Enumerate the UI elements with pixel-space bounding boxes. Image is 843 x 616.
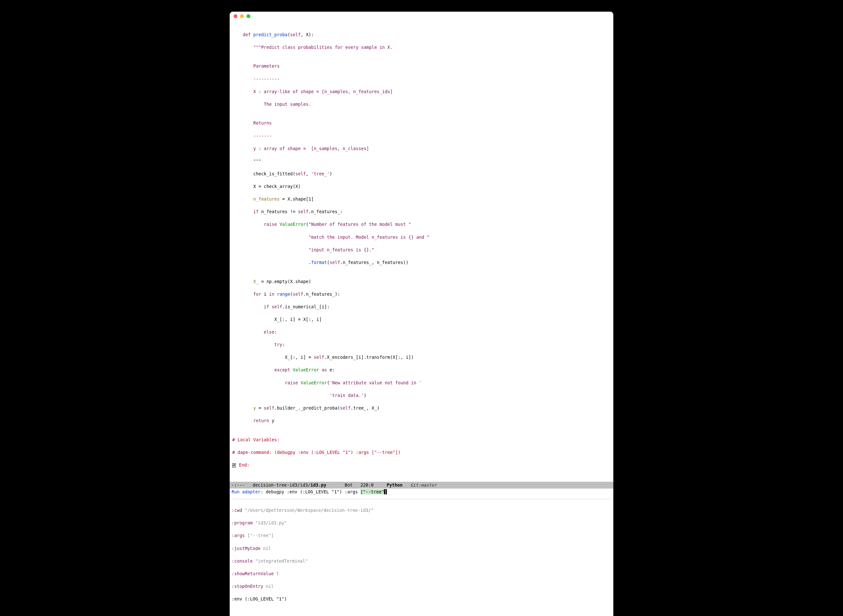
config-value: nil: [263, 584, 274, 589]
modeline-git: Git:master: [402, 483, 437, 488]
mode-line: -:--- decision-tree-id3/id3/id3.py Bot 2…: [230, 482, 613, 489]
config-value: "id3/id3.py": [253, 520, 287, 525]
code-line: -------: [230, 133, 613, 139]
config-value: nil: [260, 546, 271, 551]
modeline-major-mode: Python: [387, 483, 403, 488]
config-row: :console "integratedTerminal": [232, 558, 611, 565]
zoom-icon[interactable]: [246, 14, 251, 18]
titlebar: [230, 12, 613, 21]
modeline-state: -:---: [232, 483, 253, 488]
code-line: "input n_features is {}.": [230, 247, 613, 253]
code-line: X_ = np.empty(X.shape): [230, 279, 613, 285]
config-key: :stopOnEntry: [232, 584, 263, 589]
code-line: n_features = X.shape[1]: [230, 196, 613, 202]
fold-mark-icon: #: [232, 463, 236, 468]
config-value: "integratedTerminal": [253, 559, 308, 563]
config-panel: :cwd "/Users/dpettersson/Workspace/decis…: [230, 500, 613, 616]
config-value: "/Users/dpettersson/Workspace/decision-t…: [242, 507, 374, 513]
divider: [232, 499, 611, 499]
code-line: Returns: [230, 120, 613, 126]
config-value: t: [274, 571, 279, 576]
code-line: def predict_proba(self, X):: [230, 32, 613, 38]
config-key: :cwd: [232, 507, 242, 513]
config-key: :showReturnValue: [232, 571, 274, 576]
code-line: y = self.builder_._predict_proba(self.tr…: [230, 405, 613, 412]
config-key: :args: [232, 533, 245, 538]
cursor: ]: [384, 489, 387, 494]
code-line: check_is_fitted(self, 'tree_'): [230, 171, 613, 177]
code-line: "match the input. Model n_features is {}…: [230, 234, 613, 241]
code-line: """: [230, 158, 613, 165]
code-line-comment: # dape-command: (debugpy :env (:LOG_LEVE…: [230, 449, 613, 456]
code-editor[interactable]: def predict_proba(self, X): """Predict c…: [230, 21, 613, 482]
close-icon[interactable]: [233, 14, 238, 18]
minibuffer[interactable]: Run adapter: debugpy :env (:LOG_LEVEL "1…: [230, 488, 613, 496]
code-line: raise ValueError("Number of features of …: [230, 221, 613, 228]
config-row: :showReturnValue t: [232, 571, 611, 577]
minimize-icon[interactable]: [240, 14, 244, 18]
config-value: ["--tree"]: [245, 533, 274, 538]
code-line: X : array-like of shape = [n_samples, n_…: [230, 89, 613, 95]
code-line: The input samples.: [230, 101, 613, 108]
config-key: :console: [232, 559, 253, 563]
code-line: try:: [230, 342, 613, 348]
minibuffer-text: debugpy :env (:LOG_LEVEL "1") :args: [266, 489, 361, 494]
modeline-position: Bot 228:0: [326, 483, 387, 488]
code-line-comment: # End:: [230, 462, 613, 468]
code-line-comment: # Local Variables:: [230, 437, 613, 443]
code-line: return y: [230, 418, 613, 424]
config-row: :program "id3/id3.py": [232, 520, 611, 527]
code-line: .format(self.n_features_, n_features)): [230, 260, 613, 266]
config-row: :env (:LOG_LEVEL "1"): [232, 596, 611, 603]
code-line: X_[:, i] = X[:, i]: [230, 317, 613, 323]
code-line: """Predict class probabilities for every…: [230, 44, 613, 51]
code-line: if n_features != self.n_features_:: [230, 209, 613, 215]
config-key: :program: [232, 520, 253, 525]
code-line: else:: [230, 329, 613, 336]
config-row: :cwd "/Users/dpettersson/Workspace/decis…: [232, 507, 611, 514]
code-line: ----------: [230, 76, 613, 82]
modeline-filename: id3.py: [311, 483, 326, 488]
code-line: Parameters: [230, 63, 613, 70]
config-row: :justMyCode nil: [232, 546, 611, 552]
code-line: for i in range(self.n_features_):: [230, 291, 613, 298]
code-line: y : array of shape = [n_samples, n_class…: [230, 145, 613, 152]
minibuffer-highlight: ["--tree": [361, 489, 384, 494]
code-line: raise ValueError('New attribute value no…: [230, 380, 613, 386]
config-row: :stopOnEntry nil: [232, 583, 611, 590]
code-line: 'train data.'): [230, 392, 613, 399]
modeline-path: decision-tree-id3/id3/: [253, 483, 311, 488]
code-line: except ValueError as e:: [230, 367, 613, 373]
emacs-window: def predict_proba(self, X): """Predict c…: [230, 12, 613, 616]
code-line: X = check_array(X): [230, 183, 613, 190]
minibuffer-prompt: Run adapter:: [232, 489, 266, 494]
code-line: X_[:, i] = self.X_encoders_[i].transform…: [230, 354, 613, 361]
config-row: :args ["--tree"]: [232, 532, 611, 539]
code-line: if self.is_numerical_[i]:: [230, 304, 613, 310]
config-key: :justMyCode: [232, 546, 260, 551]
